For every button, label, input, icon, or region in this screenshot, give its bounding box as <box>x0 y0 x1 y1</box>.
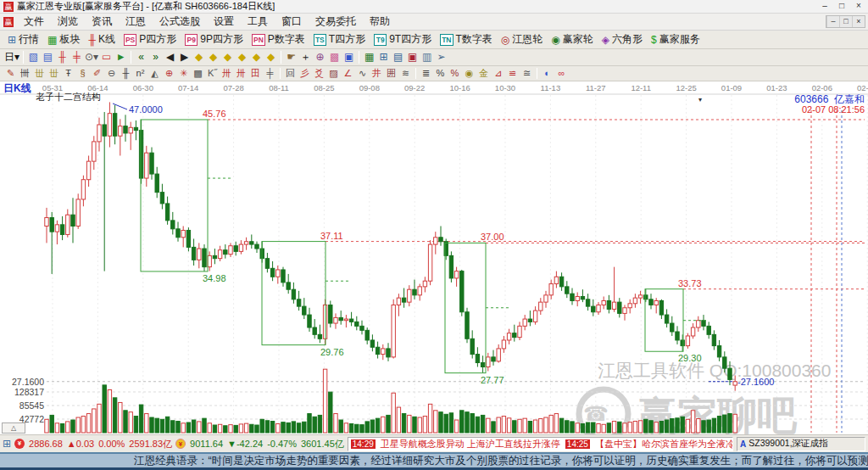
regression-icon[interactable]: ≊ <box>520 67 534 80</box>
chart-canvas[interactable]: 05-3106-1406-3007-1407-2808-1108-2509-08… <box>0 81 868 434</box>
chip-dropdown[interactable]: ⊙▾ <box>84 50 99 64</box>
winner-service-button[interactable]: $赢家服务 <box>647 31 704 48</box>
angle-line-icon[interactable]: ∠ <box>341 67 355 80</box>
percent-icon[interactable]: % <box>433 67 448 80</box>
gann-diamond-2-icon[interactable]: ◆ <box>206 50 220 64</box>
angle-measure-icon[interactable]: ⊿ <box>491 67 505 80</box>
period-label[interactable]: 日K线 <box>3 81 31 96</box>
hand-tool-icon[interactable]: ☛ <box>284 50 298 64</box>
percent-line-icon[interactable]: % <box>448 67 462 80</box>
calendar-icon[interactable]: ▦ <box>362 50 376 64</box>
menu-item[interactable]: 文件 <box>17 13 51 31</box>
fan-lines-icon[interactable]: 彡 <box>298 67 312 80</box>
news-item[interactable]: 【盘中宝】哈尔滨首座华为全液冷超充站上线，零下3( <box>595 438 733 450</box>
arc-icon[interactable]: ⊖ <box>104 67 119 80</box>
gann-fan-icon[interactable]: 爻 <box>312 67 326 80</box>
winner-wheel-button[interactable]: ◉赢家轮 <box>547 31 597 48</box>
report-icon[interactable]: ▤ <box>41 50 55 64</box>
hexagon-button[interactable]: ◈六角形 <box>598 31 647 48</box>
menu-item[interactable]: 工具 <box>241 13 275 31</box>
marker-pen-icon[interactable]: ✐ <box>90 67 104 80</box>
measure-icon[interactable]: ≣ <box>419 67 433 80</box>
kn-tool-icon[interactable]: K˝ <box>205 67 220 80</box>
n2-icon[interactable]: n² <box>133 67 147 80</box>
p9-square-button[interactable]: P99P四方形 <box>181 31 248 48</box>
rays-star-icon[interactable]: ✳ <box>176 67 191 80</box>
spiral-icon[interactable]: § <box>75 67 90 80</box>
sz-index-summary[interactable]: ¥ 9011.64 ▼-42.24 -0.47% 3601.45亿 <box>175 438 344 450</box>
gann-box-gold2-icon[interactable]: 丗 <box>47 67 61 80</box>
menu-item[interactable]: 江恩 <box>119 13 153 31</box>
trend-channel-icon[interactable]: ≌ <box>505 67 520 80</box>
kline-red-icon[interactable]: ╫ <box>55 50 70 64</box>
mdi-restore-button[interactable]: □ <box>839 16 852 27</box>
quote-grid-icon[interactable]: ⊞ <box>3 438 11 450</box>
grid-lines-icon[interactable]: 卌 <box>18 67 32 80</box>
multi-line-icon[interactable]: ≋ <box>398 67 413 80</box>
time-cycle2-icon[interactable]: 卅 <box>234 67 248 80</box>
gann-diamond-3-icon[interactable]: ◆ <box>220 50 235 64</box>
grid-box-icon[interactable]: 田 <box>248 67 263 80</box>
export-icon[interactable]: ➢ <box>434 50 448 64</box>
gann-circle-icon[interactable]: ⊕ <box>162 67 176 80</box>
rect-tool-icon[interactable]: 回 <box>283 67 298 80</box>
menu-item[interactable]: 设置 <box>207 13 241 31</box>
t9-square-button[interactable]: T99T四方形 <box>370 31 436 48</box>
flag-icon[interactable]: ► <box>114 50 128 64</box>
sectors-button[interactable]: ▦板块 <box>43 31 84 48</box>
p-square-button[interactable]: PSP四方形 <box>120 31 181 48</box>
goto-start-icon[interactable]: « <box>134 50 148 64</box>
golden-section-icon[interactable]: 金 <box>476 67 491 80</box>
matrix-icon[interactable]: ▩ <box>191 67 205 80</box>
gann-diamond-1-icon[interactable]: ◆ <box>192 50 206 64</box>
t-table-button[interactable]: TNT数字表 <box>436 31 497 48</box>
gann-diamond-4-icon[interactable]: ◆ <box>235 50 249 64</box>
fib-levels-icon[interactable]: Ŧ <box>61 67 75 80</box>
net-grid-icon[interactable]: ▩ <box>327 50 342 64</box>
save-icon[interactable]: ▣ <box>405 50 420 64</box>
menu-item[interactable]: 帮助 <box>363 13 397 31</box>
t-square-button[interactable]: TST四方形 <box>309 31 370 48</box>
time-cycle-icon[interactable]: 卅 <box>220 67 234 80</box>
maximize-button[interactable]: □ <box>834 1 849 12</box>
calculator-icon[interactable]: ⊞ <box>376 50 391 64</box>
app-menu-icon[interactable]: 赢 <box>3 17 14 27</box>
news-item[interactable]: 卫星导航概念股异动 上海沪工直线拉升涨停 <box>381 438 560 450</box>
gann-diamond-5-icon[interactable]: ◆ <box>249 50 264 64</box>
wave-icon[interactable]: ∿ <box>355 67 370 80</box>
hline-icon[interactable]: ╪ <box>263 67 277 80</box>
menu-item[interactable]: 资讯 <box>85 13 119 31</box>
mdi-minimize-button[interactable]: – <box>826 16 839 27</box>
minimize-button[interactable]: – <box>817 1 832 12</box>
yinyang-icon[interactable]: ◐ <box>540 67 554 80</box>
quotes-button[interactable]: ⊞行情 <box>3 31 43 48</box>
notes-icon[interactable]: ▤ <box>391 50 405 64</box>
print-icon[interactable]: ▥ <box>420 50 434 64</box>
menu-item[interactable]: 公式选股 <box>153 13 207 31</box>
p-table-button[interactable]: PNP数字表 <box>248 31 309 48</box>
volume-expand-button[interactable]: △ <box>2 422 25 434</box>
gann-diamond-6-icon[interactable]: ◆ <box>264 50 278 64</box>
window-grid-icon[interactable]: 囲 <box>384 67 398 80</box>
protractor-icon[interactable]: ◭ <box>147 67 162 80</box>
gann-box-gold-icon[interactable]: 丗 <box>32 67 47 80</box>
shade-box-icon[interactable]: ▨ <box>326 67 341 80</box>
ruler-icon[interactable]: ╫ <box>119 67 133 80</box>
gann-wheel-button[interactable]: ◎江恩轮 <box>497 31 547 48</box>
step-back-icon[interactable]: ◀ <box>163 50 177 64</box>
menu-item[interactable]: 窗口 <box>275 13 309 31</box>
kline-red2-icon[interactable]: ╪ <box>70 50 84 64</box>
menu-item[interactable]: 交易委托 <box>309 13 363 31</box>
panel-icon[interactable]: ▣ <box>342 50 356 64</box>
select-box-icon[interactable]: ▭ <box>99 50 114 64</box>
period-day-dropdown[interactable]: 日▾ <box>3 50 20 64</box>
intraday-chart-icon[interactable]: ▧ <box>26 50 41 64</box>
step-forward-icon[interactable]: ▶ <box>177 50 192 64</box>
crosshair-icon[interactable]: ＋ <box>298 50 313 64</box>
chart-dropdown-icon[interactable]: ▾ <box>698 96 702 104</box>
current-index-panel[interactable]: A SZ399001,深证成指 <box>737 437 865 451</box>
pencil-icon[interactable]: ✎ <box>3 67 18 80</box>
sh-index-summary[interactable]: ¥ 2886.68 ▲0.03 0.00% 2591.83亿 <box>14 438 172 450</box>
well-grid-icon[interactable]: 井 <box>370 67 384 80</box>
zoom-tool-icon[interactable]: ⊕ <box>313 50 327 64</box>
